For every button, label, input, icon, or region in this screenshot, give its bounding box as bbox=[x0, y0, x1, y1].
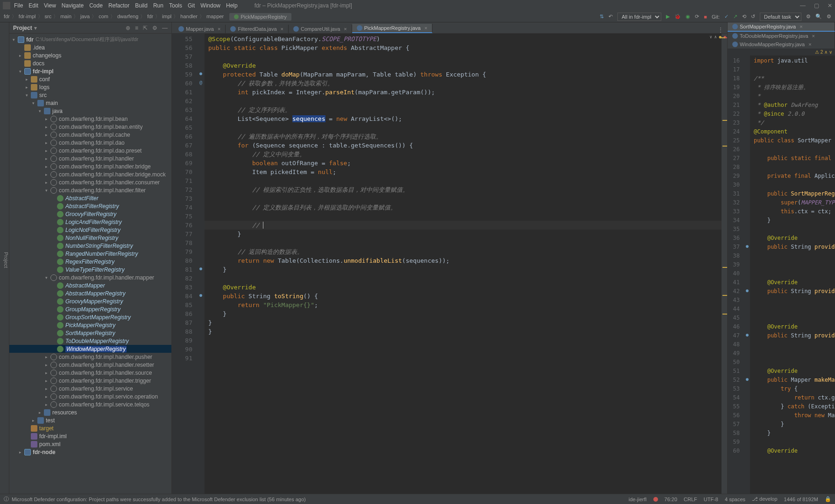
breadcrumb-main[interactable]: main bbox=[60, 14, 71, 19]
breadcrumb-mapper[interactable]: mapper bbox=[206, 14, 224, 19]
project-view-selector[interactable]: Project bbox=[13, 25, 32, 31]
tree-node-pom-xml[interactable]: pom.xml bbox=[9, 440, 171, 448]
settings-icon[interactable]: ⚙ bbox=[827, 14, 831, 20]
tree-node-abstractfilter[interactable]: AbstractFilter bbox=[9, 194, 171, 202]
minimize-icon[interactable]: — bbox=[800, 2, 806, 9]
tree-node-target[interactable]: target bbox=[9, 424, 171, 432]
menu-file[interactable]: File bbox=[14, 2, 23, 9]
tree-node-com-dwarfeng-fdr-impl-handler-consumer[interactable]: ▸com.dwarfeng.fdr.impl.handler.consumer bbox=[9, 178, 171, 186]
menu-build[interactable]: Build bbox=[135, 2, 148, 9]
editor-tab-PickMapperRegistry.java[interactable]: PickMapperRegistry.java× bbox=[352, 24, 432, 33]
close-tab-icon[interactable]: × bbox=[344, 26, 347, 32]
tree-node-pickmapperregistry[interactable]: PickMapperRegistry bbox=[9, 321, 171, 329]
tree-node-nonnullfilterregistry[interactable]: NonNullFilterRegistry bbox=[9, 234, 171, 242]
status-error-dot[interactable] bbox=[653, 497, 658, 502]
side-tab-WindowMapperRegistry.java[interactable]: WindowMapperRegistry.java× bbox=[728, 40, 835, 49]
tree-node-conf[interactable]: ▸conf bbox=[9, 75, 171, 83]
git-history-icon[interactable]: ⟲ bbox=[742, 14, 746, 20]
tree-node-com-dwarfeng-fdr-impl-handler-resetter[interactable]: ▸com.dwarfeng.fdr.impl.handler.resetter bbox=[9, 361, 171, 369]
breadcrumb-fdr[interactable]: fdr bbox=[4, 14, 10, 19]
tree-node-fdr-impl[interactable]: ▾fdr-impl bbox=[9, 67, 171, 75]
coverage-icon[interactable]: ◉ bbox=[686, 14, 690, 20]
tree-node-sortmapperregistry[interactable]: SortMapperRegistry bbox=[9, 329, 171, 337]
search-icon[interactable]: 🔍 bbox=[815, 14, 822, 20]
tree-node-groovyfilterregistry[interactable]: GroovyFilterRegistry bbox=[9, 210, 171, 218]
side-code-editor[interactable]: 1617181920212223242526272829303132333435… bbox=[728, 56, 835, 494]
side-gutter-icons[interactable]: ●●●● bbox=[744, 56, 750, 494]
git-push-icon[interactable]: ↗ bbox=[733, 14, 737, 20]
tree-node-java[interactable]: ▾java bbox=[9, 107, 171, 115]
collapse-all-icon[interactable]: ⇱ bbox=[143, 25, 148, 31]
tree-node-main[interactable]: ▾main bbox=[9, 99, 171, 107]
inspection-nav-down[interactable]: ∨ bbox=[710, 35, 712, 39]
editor-tab-Mapper.java[interactable]: Mapper.java× bbox=[174, 25, 226, 33]
chevron-down-icon[interactable]: ▾ bbox=[34, 25, 37, 31]
tree-node-groupsortmapperregistry[interactable]: GroupSortMapperRegistry bbox=[9, 313, 171, 321]
breadcrumb-src[interactable]: src bbox=[45, 14, 52, 19]
git-rollback-icon[interactable]: ↺ bbox=[751, 14, 755, 20]
tree-node-com-dwarfeng-fdr-impl-dao-preset[interactable]: ▸com.dwarfeng.fdr.impl.dao.preset bbox=[9, 147, 171, 154]
memory-indicator[interactable]: 1446 of 8192M bbox=[784, 497, 818, 502]
breadcrumb-fdr[interactable]: fdr bbox=[147, 14, 153, 19]
tree-node-com-dwarfeng-fdr-impl-handler-bridge-mock[interactable]: ▸com.dwarfeng.fdr.impl.handler.bridge.mo… bbox=[9, 170, 171, 178]
run-scope-selector[interactable]: All in fdr-impl bbox=[617, 13, 661, 21]
close-tab-icon[interactable]: × bbox=[808, 42, 811, 47]
menu-view[interactable]: View bbox=[44, 2, 56, 9]
menu-git[interactable]: Git bbox=[188, 2, 195, 9]
editor-tab-FilteredData.java[interactable]: FilteredData.java× bbox=[226, 25, 289, 33]
breadcrumb-dwarfeng[interactable]: dwarfeng bbox=[117, 14, 138, 19]
menu-run[interactable]: Run bbox=[153, 2, 163, 9]
tree-root[interactable]: ▾ fdr C:\Users\fengw\Documents\程序源码\java… bbox=[9, 35, 171, 43]
menu-code[interactable]: Code bbox=[89, 2, 103, 9]
code-content[interactable]: @Scope(ConfigurableBeanFactory.SCOPE_PRO… bbox=[205, 34, 722, 494]
tree-node-com-dwarfeng-fdr-impl-handler-pusher[interactable]: ▸com.dwarfeng.fdr.impl.handler.pusher bbox=[9, 353, 171, 361]
file-encoding[interactable]: UTF-8 bbox=[704, 497, 718, 502]
tree-node-com-dwarfeng-fdr-impl-handler-mapper[interactable]: ▾com.dwarfeng.fdr.impl.handler.mapper bbox=[9, 273, 171, 281]
tree-node-test[interactable]: ▸test bbox=[9, 416, 171, 424]
maximize-icon[interactable]: ▢ bbox=[814, 2, 819, 9]
side-inspection-status[interactable]: ⚠ 2 ∧ ∨ bbox=[728, 49, 835, 56]
vcs-icon[interactable]: ⇅ bbox=[600, 14, 604, 20]
tree-node-com-dwarfeng-fdr-impl-handler-filter[interactable]: ▾com.dwarfeng.fdr.impl.handler.filter bbox=[9, 186, 171, 194]
lock-icon[interactable]: 🔒 bbox=[825, 496, 831, 502]
git-branch[interactable]: ⎇ develop bbox=[752, 496, 778, 502]
caret-position[interactable]: 76:20 bbox=[665, 497, 678, 502]
indent-info[interactable]: 4 spaces bbox=[725, 497, 745, 502]
tree-node-com-dwarfeng-fdr-impl-service[interactable]: ▸com.dwarfeng.fdr.impl.service bbox=[9, 385, 171, 392]
tree-node-logicnotfilterregistry[interactable]: LogicNotFilterRegistry bbox=[9, 226, 171, 234]
menu-window[interactable]: Window bbox=[200, 2, 220, 9]
line-separator[interactable]: CRLF bbox=[684, 497, 697, 502]
error-stripe[interactable]: ● ● ∧ ∨ bbox=[722, 34, 727, 494]
tree-node-resources[interactable]: ▸resources bbox=[9, 408, 171, 416]
build-icon[interactable]: ⚙ bbox=[806, 14, 811, 20]
tree-node-com-dwarfeng-fdr-impl-bean[interactable]: ▸com.dwarfeng.fdr.impl.bean bbox=[9, 115, 171, 123]
tree-node-fdr-node[interactable]: ▸fdr-node bbox=[9, 448, 171, 456]
tree-node-com-dwarfeng-fdr-impl-service-operation[interactable]: ▸com.dwarfeng.fdr.impl.service.operation bbox=[9, 392, 171, 400]
tree-node-com-dwarfeng-fdr-impl-handler-trigger[interactable]: ▸com.dwarfeng.fdr.impl.handler.trigger bbox=[9, 377, 171, 385]
ide-status[interactable]: ide-jierfl bbox=[629, 497, 647, 502]
tree-node--idea[interactable]: .idea bbox=[9, 43, 171, 51]
tree-node-groupmapperregistry[interactable]: GroupMapperRegistry bbox=[9, 305, 171, 313]
breadcrumb-current-class[interactable]: PickMapperRegistry bbox=[229, 13, 291, 21]
menu-refactor[interactable]: Refactor bbox=[108, 2, 129, 9]
profile-icon[interactable]: ⟳ bbox=[695, 14, 699, 20]
back-icon[interactable]: ↶ bbox=[609, 14, 613, 20]
close-tab-icon[interactable]: × bbox=[425, 25, 427, 31]
expand-all-icon[interactable]: ≡ bbox=[135, 25, 138, 31]
stop-icon[interactable]: ■ bbox=[704, 14, 707, 20]
task-selector[interactable]: Default task bbox=[760, 13, 801, 21]
tree-node-com-dwarfeng-fdr-impl-handler-bridge[interactable]: ▸com.dwarfeng.fdr.impl.handler.bridge bbox=[9, 162, 171, 170]
tree-node-abstractfilterregistry[interactable]: AbstractFilterRegistry bbox=[9, 202, 171, 210]
tree-node-com-dwarfeng-fdr-impl-dao[interactable]: ▸com.dwarfeng.fdr.impl.dao bbox=[9, 139, 171, 147]
inspection-nav-up[interactable]: ∧ bbox=[715, 35, 717, 39]
tree-node-docs[interactable]: docs bbox=[9, 59, 171, 67]
tree-node-src[interactable]: ▾src bbox=[9, 91, 171, 99]
close-tab-icon[interactable]: × bbox=[812, 33, 815, 39]
git-update-icon[interactable]: ✓ bbox=[724, 14, 729, 20]
side-code-content[interactable]: import java.util /** * 排序映射器注册。 * * @aut… bbox=[750, 56, 835, 494]
menu-edit[interactable]: Edit bbox=[28, 2, 38, 9]
select-opened-icon[interactable]: ⊕ bbox=[126, 25, 130, 31]
breadcrumb-impl[interactable]: impl bbox=[162, 14, 171, 19]
tree-node-logicandfilterregistry[interactable]: LogicAndFilterRegistry bbox=[9, 218, 171, 226]
tree-node-abstractmapperregistry[interactable]: AbstractMapperRegistry bbox=[9, 289, 171, 297]
